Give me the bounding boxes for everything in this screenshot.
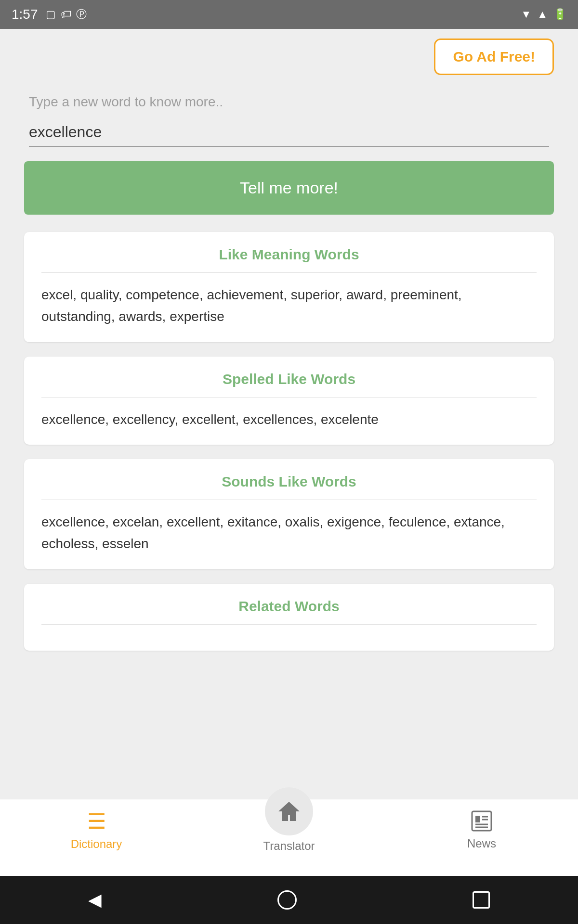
- dictionary-icon: ☰: [87, 809, 106, 834]
- status-bar-right: ▼ ▲ 🔋: [521, 8, 566, 21]
- search-section: Type a new word to know more..: [24, 94, 554, 147]
- ad-free-container: Go Ad Free!: [24, 38, 554, 75]
- android-nav-bar: ◀: [0, 876, 578, 924]
- ad-free-button[interactable]: Go Ad Free!: [434, 38, 554, 75]
- home-circle: [265, 787, 313, 835]
- tag-icon: 🏷: [61, 8, 71, 21]
- wifi-icon: ▼: [521, 8, 531, 21]
- status-time: 1:57: [12, 7, 38, 22]
- like-meaning-card: Like Meaning Words excel, quality, compe…: [24, 232, 554, 342]
- nav-translator[interactable]: Translator: [193, 787, 385, 853]
- sounds-like-title: Sounds Like Words: [41, 474, 537, 490]
- status-bar: 1:57 ▢ 🏷 Ⓟ ▼ ▲ 🔋: [0, 0, 578, 29]
- nav-news[interactable]: News: [385, 804, 578, 850]
- spelled-like-content: excellence, excellency, excellent, excel…: [41, 409, 537, 431]
- sounds-like-content: excellence, excelan, excellent, exitance…: [41, 512, 537, 555]
- related-words-card: Related Words: [24, 584, 554, 651]
- main-content: Go Ad Free! Type a new word to know more…: [0, 29, 578, 799]
- home-button[interactable]: [277, 890, 297, 910]
- status-bar-left: 1:57 ▢ 🏷 Ⓟ: [12, 7, 87, 22]
- bottom-nav: ☰ Dictionary Translator News: [0, 799, 578, 876]
- home-icon: [276, 798, 302, 825]
- spelled-like-title: Spelled Like Words: [41, 371, 537, 387]
- status-icons: ▢ 🏷 Ⓟ: [46, 7, 87, 22]
- like-meaning-divider: [41, 272, 537, 273]
- tell-more-button[interactable]: Tell me more!: [24, 161, 554, 215]
- circle-p-icon: Ⓟ: [76, 7, 87, 22]
- related-words-title: Related Words: [41, 598, 537, 615]
- spelled-like-divider: [41, 397, 537, 398]
- signal-icon: ▲: [537, 8, 548, 21]
- search-input-wrapper: [29, 118, 549, 147]
- like-meaning-content: excel, quality, competence, achievement,…: [41, 284, 537, 328]
- back-button[interactable]: ◀: [88, 890, 102, 910]
- recents-button[interactable]: [473, 891, 490, 909]
- sounds-like-divider: [41, 500, 537, 500]
- spelled-like-card: Spelled Like Words excellence, excellenc…: [24, 357, 554, 445]
- news-label: News: [467, 837, 496, 850]
- nav-dictionary[interactable]: ☰ Dictionary: [0, 804, 193, 851]
- news-icon: [470, 809, 494, 833]
- search-input[interactable]: [29, 118, 549, 147]
- translator-label: Translator: [263, 839, 315, 853]
- search-hint: Type a new word to know more..: [29, 94, 549, 110]
- svg-rect-1: [475, 816, 480, 822]
- square-icon: ▢: [46, 8, 56, 21]
- battery-icon: 🔋: [553, 8, 566, 21]
- like-meaning-title: Like Meaning Words: [41, 246, 537, 263]
- related-words-divider: [41, 624, 537, 625]
- sounds-like-card: Sounds Like Words excellence, excelan, e…: [24, 459, 554, 569]
- dictionary-label: Dictionary: [71, 837, 122, 851]
